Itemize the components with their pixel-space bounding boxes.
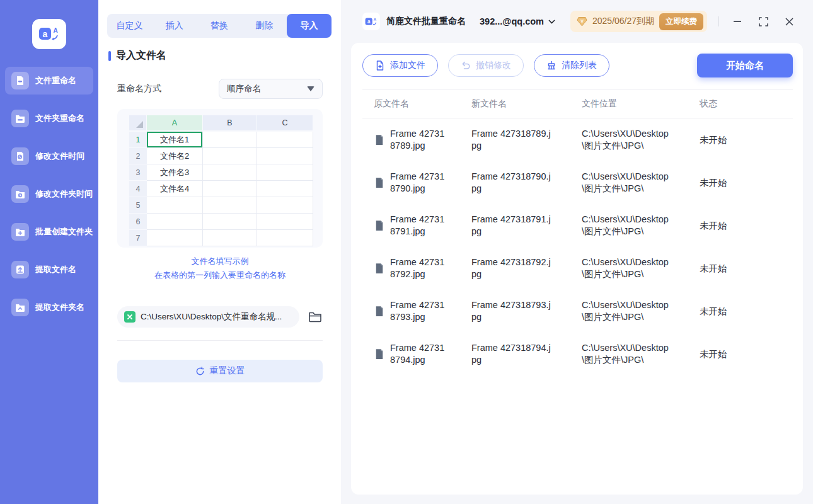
- sheet-cell[interactable]: [147, 197, 203, 214]
- close-button[interactable]: [784, 16, 794, 26]
- reset-settings-button[interactable]: 重置设置: [117, 360, 323, 382]
- sheet-cell[interactable]: [203, 214, 257, 230]
- table-row[interactable]: Frame 42731 8789.jpg Frame 427318789.j p…: [362, 118, 793, 161]
- original-filename: Frame 42731 8794.jpg: [390, 342, 444, 366]
- folder-plus-icon: [11, 223, 29, 241]
- section-title-text: 导入文件名: [116, 49, 166, 62]
- sidebar-item-file-time[interactable]: 修改文件时间: [5, 142, 93, 170]
- maximize-button[interactable]: [758, 16, 768, 26]
- folder-time-icon: [11, 185, 29, 203]
- excel-file-icon: [124, 311, 136, 323]
- app-title: 简鹿文件批量重命名: [386, 16, 466, 27]
- tab-insert[interactable]: 插入: [152, 14, 197, 38]
- sheet-cell[interactable]: [257, 164, 313, 181]
- titlebar-divider: [718, 16, 719, 26]
- extract-filename-icon: [11, 261, 29, 278]
- status-text: 未开始: [700, 134, 793, 146]
- sheet-cell[interactable]: [203, 132, 257, 148]
- titlebar: aA 简鹿文件批量重命名 392...@qq.com V 2025/06/27到…: [341, 0, 813, 43]
- sheet-cell[interactable]: [257, 197, 313, 214]
- table-row[interactable]: Frame 42731 8792.jpg Frame 427318792.j p…: [362, 247, 793, 290]
- reset-settings-label: 重置设置: [210, 365, 245, 377]
- svg-text:A: A: [374, 18, 377, 21]
- add-files-button[interactable]: 添加文件: [362, 54, 438, 77]
- renew-button[interactable]: 立即续费: [659, 13, 703, 30]
- sheet-cell[interactable]: [257, 181, 313, 197]
- tab-import[interactable]: 导入: [287, 14, 332, 38]
- fullscreen-icon: [759, 17, 768, 26]
- sheet-row-number[interactable]: 5: [129, 197, 147, 214]
- sheet-cell[interactable]: [147, 230, 203, 246]
- refresh-icon: [195, 367, 205, 376]
- sidebar-item-label: 修改文件时间: [35, 151, 84, 162]
- file-icon: [375, 263, 384, 274]
- sidebar-item-batch-create-folder[interactable]: 批量创建文件夹: [5, 218, 93, 246]
- sheet-row-number[interactable]: 7: [129, 230, 147, 246]
- sidebar-item-folder-rename[interactable]: 文件夹重命名: [5, 105, 93, 132]
- tab-custom[interactable]: 自定义: [107, 14, 152, 38]
- sheet-cell[interactable]: [257, 230, 313, 246]
- chevron-down-icon: [548, 20, 555, 24]
- browse-folder-button[interactable]: [308, 309, 323, 324]
- svg-text:a: a: [367, 19, 371, 25]
- sheet-select-all[interactable]: [129, 115, 147, 130]
- sheet-cell[interactable]: [257, 214, 313, 230]
- sheet-cell[interactable]: [257, 148, 313, 164]
- sheet-row-number[interactable]: 4: [129, 181, 147, 197]
- sidebar-item-extract-foldername[interactable]: 提取文件夹名: [5, 294, 93, 321]
- sheet-cell-a3[interactable]: 文件名3: [147, 164, 203, 181]
- rename-mode-select[interactable]: 顺序命名: [219, 79, 323, 99]
- sheet-row-number[interactable]: 6: [129, 214, 147, 230]
- sheet-row-number[interactable]: 2: [129, 148, 147, 164]
- undo-changes-button[interactable]: 撤销修改: [448, 54, 524, 77]
- table-row[interactable]: Frame 42731 8794.jpg Frame 427318794.j p…: [362, 333, 793, 375]
- sidebar-item-folder-time[interactable]: 修改文件夹时间: [5, 180, 93, 208]
- new-filename: Frame 427318792.j pg: [471, 256, 582, 280]
- table-row[interactable]: Frame 42731 8793.jpg Frame 427318793.j p…: [362, 290, 793, 333]
- sheet-cell[interactable]: [147, 214, 203, 230]
- excel-path-input[interactable]: C:\Users\XU\Desktop\文件重命名规...: [117, 306, 299, 328]
- sheet-row-number[interactable]: 1: [129, 132, 147, 148]
- file-table: 原文件名 新文件名 文件位置 状态 Frame 42731 8789.jpg F…: [362, 89, 793, 375]
- original-filename: Frame 42731 8793.jpg: [390, 299, 444, 323]
- sheet-col-header-a[interactable]: A: [147, 115, 203, 130]
- window-controls: [732, 16, 794, 26]
- sheet-cell[interactable]: [203, 181, 257, 197]
- table-row[interactable]: Frame 42731 8791.jpg Frame 427318791.j p…: [362, 204, 793, 247]
- minimize-icon: [733, 17, 742, 26]
- sheet-cell-a1[interactable]: 文件名1: [147, 132, 203, 148]
- start-rename-button[interactable]: 开始命名: [697, 54, 793, 77]
- sheet-cell[interactable]: [203, 148, 257, 164]
- sheet-cell[interactable]: [203, 197, 257, 214]
- folder-rename-icon: [11, 110, 29, 127]
- tab-delete[interactable]: 删除: [242, 14, 287, 38]
- minimize-button[interactable]: [732, 16, 742, 26]
- clear-list-button[interactable]: 清除列表: [534, 54, 609, 77]
- file-rename-icon: [11, 72, 29, 89]
- account-menu[interactable]: 392...@qq.com: [480, 16, 555, 26]
- sheet-row-number[interactable]: 3: [129, 164, 147, 181]
- excel-path-text: C:\Users\XU\Desktop\文件重命名规...: [141, 311, 282, 323]
- sidebar-item-file-rename[interactable]: 文件重命名: [5, 67, 93, 94]
- new-filename: Frame 427318794.j pg: [471, 342, 582, 366]
- sheet-cell[interactable]: [257, 132, 313, 148]
- sheet-cell[interactable]: [203, 230, 257, 246]
- tab-replace[interactable]: 替换: [197, 14, 241, 38]
- rename-mode-row: 重命名方式 顺序命名: [117, 79, 323, 99]
- sheet-cell-a4[interactable]: 文件名4: [147, 181, 203, 197]
- file-icon: [375, 348, 384, 360]
- titlebar-app-icon: aA: [362, 13, 380, 30]
- sidebar-item-extract-filename[interactable]: 提取文件名: [5, 256, 93, 284]
- sheet-col-header-b[interactable]: B: [203, 115, 257, 130]
- sheet-col-header-c[interactable]: C: [257, 115, 313, 130]
- new-filename: Frame 427318791.j pg: [471, 214, 582, 238]
- file-location: C:\Users\XU\Desktop \图片文件\JPG\: [582, 214, 700, 238]
- sheet-cell-a2[interactable]: 文件名2: [147, 148, 203, 164]
- col-header-original: 原文件名: [362, 98, 471, 110]
- new-filename: Frame 427318793.j pg: [471, 299, 582, 323]
- status-text: 未开始: [700, 348, 793, 360]
- table-row[interactable]: Frame 42731 8790.jpg Frame 427318790.j p…: [362, 161, 793, 204]
- file-icon: [375, 306, 384, 317]
- file-location: C:\Users\XU\Desktop \图片文件\JPG\: [582, 128, 700, 152]
- sheet-cell[interactable]: [203, 164, 257, 181]
